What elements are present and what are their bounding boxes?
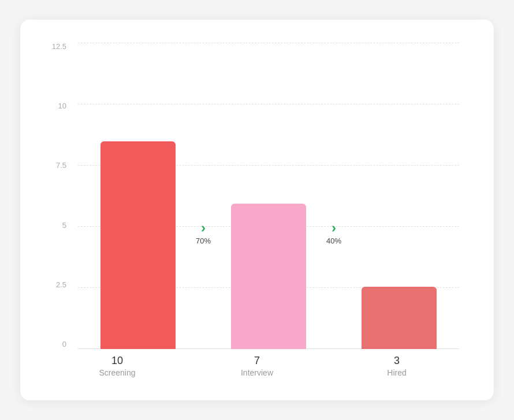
y-label-0: 0 <box>43 340 66 348</box>
chart-container: 12.5 10 7.5 5 2.5 0 <box>43 43 459 377</box>
x-number-hired: 3 <box>394 355 400 367</box>
bar-screening <box>100 141 176 349</box>
bar-slot-screening <box>100 141 176 349</box>
x-number-screening: 10 <box>111 355 123 367</box>
x-number-interview: 7 <box>254 355 260 367</box>
between-arrow-2: › 40% <box>316 221 351 245</box>
chart-area: 12.5 10 7.5 5 2.5 0 <box>43 43 459 349</box>
x-group-hired: 3 Hired <box>359 355 434 377</box>
bar-slot-interview <box>231 204 306 349</box>
bar-interview <box>231 204 306 349</box>
bar-hired <box>362 287 437 349</box>
plot-area: › 70% › 40% <box>66 43 459 349</box>
y-label-5: 5 <box>43 222 66 229</box>
bar-slot-hired <box>362 287 437 349</box>
chevron-icon-1: › <box>201 221 206 235</box>
x-axis: 10 Screening 7 Interview 3 Hired <box>43 349 459 377</box>
chart-card: 12.5 10 7.5 5 2.5 0 <box>20 20 494 400</box>
chevron-icon-2: › <box>332 221 336 235</box>
bars-and-arrows: › 70% › 40% <box>78 43 459 349</box>
x-label-interview: Interview <box>241 368 273 377</box>
y-label-75: 7.5 <box>43 162 66 169</box>
x-group-interview: 7 Interview <box>219 355 295 377</box>
x-label-hired: Hired <box>387 368 406 377</box>
y-label-125: 12.5 <box>43 43 66 50</box>
y-axis: 12.5 10 7.5 5 2.5 0 <box>43 43 66 349</box>
y-label-25: 2.5 <box>43 281 66 288</box>
arrow-pct-2: 40% <box>326 237 341 245</box>
y-label-10: 10 <box>43 102 66 110</box>
between-arrow-1: › 70% <box>186 221 221 245</box>
x-group-screening: 10 Screening <box>80 355 155 377</box>
x-label-screening: Screening <box>99 368 135 377</box>
arrow-pct-1: 70% <box>196 237 211 245</box>
